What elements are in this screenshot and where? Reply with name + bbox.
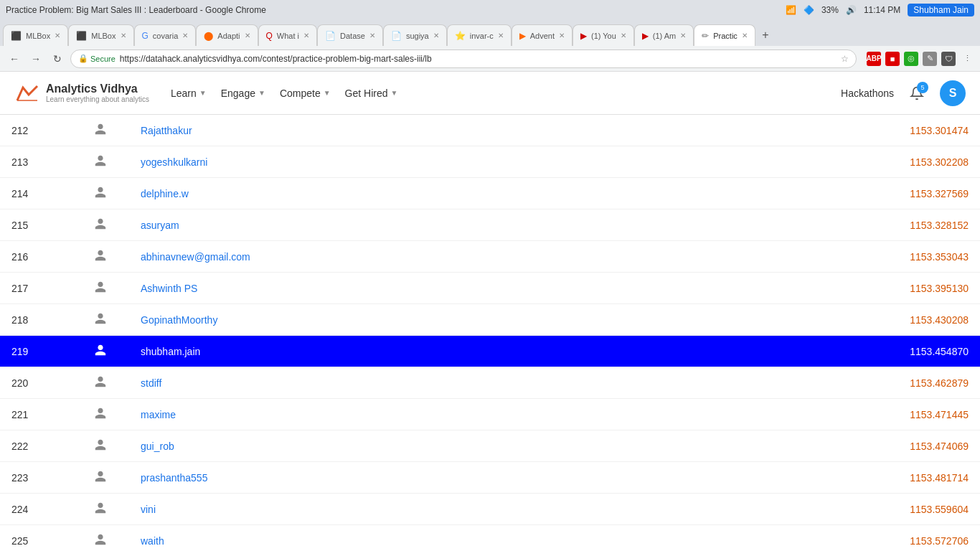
tab-close-icon[interactable]: ✕ (369, 32, 375, 39)
browser-frame: Practice Problem: Big Mart Sales III : L… (0, 0, 980, 551)
av-logo-title: Analytics Vidhya (46, 83, 149, 95)
nav-get-hired[interactable]: Get Hired ▼ (345, 85, 398, 102)
tab-mlbox-2[interactable]: ⬛ MLBox ✕ (68, 24, 133, 46)
engage-label: Engage (221, 88, 255, 99)
tab-favicon: ⬛ (76, 31, 87, 41)
tab-favicon: ✏ (702, 31, 709, 41)
avatar-icon-cell (72, 273, 129, 304)
tab-close-icon[interactable]: ✕ (498, 32, 504, 39)
tab-close-icon[interactable]: ✕ (303, 32, 309, 39)
username-cell[interactable]: asuryam (129, 209, 837, 241)
learn-chevron: ▼ (199, 89, 207, 97)
tab-close-icon[interactable]: ✕ (121, 32, 126, 39)
ext-green[interactable]: ◎ (904, 52, 918, 66)
tab-close-icon[interactable]: ✕ (559, 32, 565, 39)
score-cell: 1153.462879 (837, 367, 980, 399)
table-row: 220 stdiff 1153.462879 (0, 367, 980, 399)
avatar-icon-cell (72, 336, 129, 367)
avatar-icon-cell (72, 304, 129, 336)
tab-datase[interactable]: 📄 Datase ✕ (317, 24, 383, 46)
tab-label: sugiya (406, 32, 429, 40)
username-cell[interactable]: Ashwinth PS (129, 273, 837, 304)
username-cell[interactable]: waith (129, 525, 837, 552)
star-icon[interactable]: ☆ (841, 54, 849, 64)
tab-favicon: 📄 (391, 31, 402, 41)
table-row: 225 waith 1153.572706 (0, 525, 980, 552)
score-cell: 1153.474069 (837, 430, 980, 462)
tab-covaria[interactable]: G covaria ✕ (134, 24, 197, 46)
secure-badge: 🔒 Secure (78, 54, 116, 63)
tab-label: (1) Am (653, 32, 676, 40)
tab-youtube-1[interactable]: ▶ (1) You ✕ (573, 24, 634, 46)
tab-label: Practic (713, 32, 738, 40)
tab-close-icon[interactable]: ✕ (680, 32, 686, 39)
nav-compete[interactable]: Compete ▼ (280, 85, 331, 102)
ext-shield[interactable]: 🛡 (941, 52, 956, 66)
reload-button[interactable]: ↻ (49, 50, 66, 67)
tab-mlbox-1[interactable]: ⬛ MLBox ✕ (3, 24, 68, 46)
username-cell[interactable]: yogeshkulkarni (129, 146, 837, 178)
user-avatar[interactable]: S (940, 80, 966, 106)
page-title: Practice Problem: Big Mart Sales III : L… (6, 5, 266, 15)
tab-close-icon[interactable]: ✕ (621, 32, 626, 39)
username-cell[interactable]: vini (129, 494, 837, 525)
ext-red[interactable]: ■ (885, 52, 900, 66)
av-logo-svg (14, 80, 40, 106)
score-cell: 1153.471445 (837, 399, 980, 430)
forward-button[interactable]: → (27, 50, 44, 67)
tab-close-icon[interactable]: ✕ (433, 32, 439, 39)
username-cell[interactable]: maxime (129, 399, 837, 430)
nav-engage[interactable]: Engage ▼ (221, 85, 265, 102)
tab-youtube-2[interactable]: ▶ (1) Am ✕ (634, 24, 694, 46)
tab-label: invar-c (470, 32, 494, 40)
ext-pen[interactable]: ✎ (923, 52, 937, 66)
tab-label: MLBox (91, 32, 116, 40)
new-tab-button[interactable]: + (755, 24, 776, 46)
tab-invar[interactable]: ⭐ invar-c ✕ (447, 24, 512, 46)
tab-adapti[interactable]: ⬤ Adapti ✕ (196, 24, 258, 46)
username-cell[interactable]: abhinavnew@gmail.com (129, 241, 837, 273)
username-cell[interactable]: stdiff (129, 367, 837, 399)
address-box[interactable]: 🔒 Secure https://datahack.analyticsvidhy… (70, 50, 857, 68)
avatar-icon-cell (72, 115, 129, 146)
av-logo-subtitle: Learn everything about analytics (46, 95, 149, 103)
rank-cell: 214 (0, 178, 72, 209)
tab-favicon: ⬤ (204, 31, 213, 41)
abp-icon[interactable]: ABP (867, 52, 881, 66)
leaderboard-container[interactable]: 212 Rajatthakur 1153.301474 213 yogeshku… (0, 115, 980, 551)
notification-button[interactable]: 5 (905, 82, 928, 105)
nav-learn[interactable]: Learn ▼ (171, 85, 207, 102)
tab-sugiya[interactable]: 📄 sugiya ✕ (383, 24, 447, 46)
notification-badge: 5 (917, 82, 928, 93)
tab-advent[interactable]: ▶ Advent ✕ (512, 24, 573, 46)
username-cell[interactable]: prashantha555 (129, 462, 837, 494)
username-cell[interactable]: shubham.jain (129, 336, 837, 367)
tab-favicon: ▶ (642, 31, 649, 41)
tab-close-icon[interactable]: ✕ (182, 32, 188, 39)
rank-cell: 221 (0, 399, 72, 430)
table-row: 216 abhinavnew@gmail.com 1153.353043 (0, 241, 980, 273)
get-hired-chevron: ▼ (391, 89, 398, 97)
tab-label: Adapti (217, 32, 240, 40)
tab-close-icon[interactable]: ✕ (55, 32, 60, 39)
back-button[interactable]: ← (6, 50, 23, 67)
tab-practice[interactable]: ✏ Practic ✕ (694, 24, 755, 46)
rank-cell: 212 (0, 115, 72, 146)
hackathons-button[interactable]: Hackathons (841, 88, 894, 99)
av-logo[interactable]: Analytics Vidhya Learn everything about … (14, 80, 149, 106)
chrome-menu[interactable]: ⋮ (960, 52, 974, 66)
username-cell[interactable]: delphine.w (129, 178, 837, 209)
tab-close-icon[interactable]: ✕ (742, 32, 748, 39)
title-bar: Practice Problem: Big Mart Sales III : L… (0, 0, 980, 20)
clock: 11:14 PM (864, 5, 900, 15)
extension-icons: ABP ■ ◎ ✎ 🛡 ⋮ (867, 52, 974, 66)
username-cell[interactable]: gui_rob (129, 430, 837, 462)
tab-close-icon[interactable]: ✕ (245, 32, 250, 39)
system-icons: 📶 🔷 33% 🔊 11:14 PM Shubham Jain (786, 4, 974, 17)
rank-cell: 219 (0, 336, 72, 367)
username-cell[interactable]: GopinathMoorthy (129, 304, 837, 336)
tab-what[interactable]: Q What i ✕ (258, 24, 318, 46)
tab-label: covaria (153, 32, 178, 40)
volume-icon: 🔊 (846, 5, 857, 15)
username-cell[interactable]: Rajatthakur (129, 115, 837, 146)
